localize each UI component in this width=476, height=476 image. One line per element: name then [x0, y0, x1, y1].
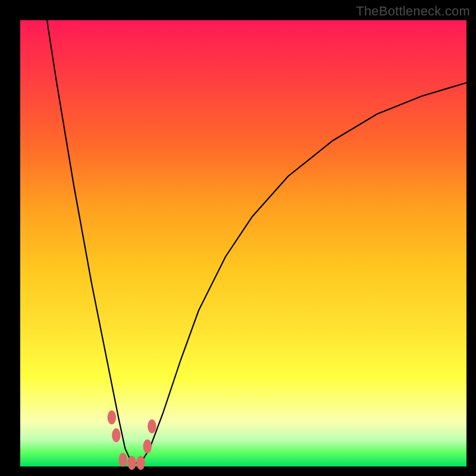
watermark-label: TheBottleneck.com — [356, 4, 470, 19]
curve-marker — [143, 440, 152, 453]
curve-path — [47, 20, 466, 463]
curve-marker — [136, 456, 145, 469]
curve-markers — [108, 411, 156, 470]
bottleneck-curve — [20, 20, 466, 466]
curve-marker — [148, 419, 156, 433]
curve-marker — [127, 456, 136, 469]
chart-plot-area — [20, 20, 466, 466]
curve-marker — [108, 411, 116, 424]
curve-marker — [112, 428, 120, 442]
curve-marker — [118, 453, 127, 466]
chart-frame: TheBottleneck.com — [0, 0, 476, 476]
